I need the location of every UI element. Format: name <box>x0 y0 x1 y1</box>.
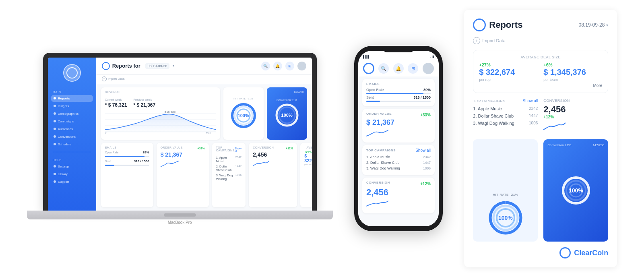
sidebar-dot <box>54 135 56 138</box>
sidebar-dot <box>54 180 56 183</box>
dp-hit-value: 100% <box>498 215 513 221</box>
email-open-rate-row: Open Rate 89% <box>105 151 149 154</box>
dp-deal-val-2: $ 1,345,376 <box>543 67 602 77</box>
current-week-value: * $ 76,321 <box>105 102 127 108</box>
wifi-icon: ◟ <box>430 55 431 58</box>
hit-rate-label: HIT RATE -21% <box>233 97 253 100</box>
dp-more-link[interactable]: More <box>479 83 602 88</box>
sidebar-item-audiences[interactable]: Audiences <box>51 126 93 132</box>
revenue-values: Current week * $ 76,321 Previous week * … <box>105 95 216 108</box>
phone-show-all[interactable]: Show all <box>415 148 431 153</box>
battery-icon: ▮ <box>432 55 434 58</box>
dp-hit-rate-panel: HIT RATE -21% 100% <box>473 139 538 242</box>
phone-layers-icon[interactable]: ⊞ <box>408 63 418 74</box>
dp-title: Reports <box>489 20 522 30</box>
campaign-val-2: 1447 <box>235 165 242 172</box>
dp-plus-icon: + <box>473 37 480 44</box>
more-link[interactable]: More <box>304 167 312 172</box>
bell-icon-btn[interactable]: 🔔 <box>273 62 282 70</box>
search-icon-btn[interactable]: 🔍 <box>261 62 270 70</box>
conv-donut: 100% <box>274 102 300 128</box>
dp-campaign-1: 1. Apple Music 2342 <box>473 106 538 111</box>
previous-week-label: Previous week <box>133 98 152 101</box>
dp-date-area: 08.19-09-28 ▾ <box>579 22 609 28</box>
laptop-screen-outer: MAIN Reports Insights Demographics <box>43 53 317 211</box>
phone-campaigns-card: TOP CAMPAIGNS Show all 1. Apple Music 23… <box>362 145 435 175</box>
avatar <box>63 64 81 82</box>
dp-logo <box>473 19 486 31</box>
phone-open-rate-label: Open Rate <box>366 88 384 92</box>
campaign-name-2: 2. Dollar Shave Club <box>216 165 235 172</box>
signal-icon: ▌▌▌ <box>363 55 370 58</box>
sidebar-item-reports[interactable]: Reports <box>51 95 93 102</box>
sidebar-item-campaigns[interactable]: Campaigns <box>51 118 93 125</box>
deal-size-label: AVERAGE DEAL SIZE <box>304 146 312 149</box>
svg-text:Mon: Mon <box>206 132 211 133</box>
dp-conversion: CONVERSION 2,456 +12% <box>543 99 608 134</box>
sidebar-label-reports: Reports <box>58 97 70 100</box>
dp-deal-col2: +6% $ 1,345,376 per team <box>543 62 602 82</box>
conv-donut-value: 100% <box>281 113 293 118</box>
phone-emails-card: EMAILS Open Rate 89% Sent 316 / 1500 <box>362 79 435 106</box>
phone-bell-icon[interactable]: 🔔 <box>393 63 404 74</box>
open-rate-bar-fill <box>105 156 144 157</box>
sent-value: 316 / 1500 <box>134 159 149 163</box>
sidebar-item-support[interactable]: Support <box>51 178 93 185</box>
dp-campaign-name-1: 1. Apple Music <box>473 106 502 111</box>
sidebar-item-insights[interactable]: Insights <box>51 103 93 110</box>
sidebar-item-demographics[interactable]: Demographics <box>51 110 93 117</box>
dp-campaign-val-2: 1447 <box>529 114 538 118</box>
dp-campaign-val-3: 1006 <box>529 121 538 126</box>
dp-deal-sub-1: per rep <box>479 78 538 82</box>
campaign-val-3: 1006 <box>235 174 242 181</box>
sidebar-item-library[interactable]: Library <box>51 171 93 178</box>
conv-badge-top: Conversion 21% <box>277 99 297 101</box>
layers-icon-btn[interactable]: ⊞ <box>285 62 294 70</box>
phone-sent-row: Sent 316 / 1500 <box>366 95 431 99</box>
dp-campaign-name-2: 2. Dollar Shave Club <box>473 114 514 118</box>
dp-row2: TOP CAMPAIGNS Show all 1. Apple Music 23… <box>473 99 608 134</box>
phone-sent-bar <box>366 101 431 102</box>
laptop-row2: EMAILS Open Rate 89% Sent <box>101 143 307 207</box>
phone-open-rate-row: Open Rate 89% <box>366 88 431 92</box>
phone-open-rate-val: 89% <box>423 88 431 92</box>
sidebar-label-insights: Insights <box>58 104 69 108</box>
dp-campaign-2: 2. Dollar Shave Club 1447 <box>473 114 538 118</box>
dp-deal-badge-1: +27% <box>479 62 538 67</box>
phone-search-icon[interactable]: 🔍 <box>378 63 389 74</box>
import-data-btn[interactable]: + Import Data <box>102 76 306 81</box>
open-rate-label: Open Rate <box>105 151 119 154</box>
plus-icon: + <box>102 76 107 81</box>
campaign-item-1: 1. Apple Music 2342 <box>216 156 242 163</box>
sidebar-item-schedule[interactable]: Schedule <box>51 141 93 148</box>
dp-conv-blue-donut: 100% <box>560 174 592 207</box>
sidebar-item-conversions[interactable]: Conversions <box>51 133 93 140</box>
campaign-item-2: 2. Dollar Shave Club 1447 <box>216 165 242 172</box>
conversion-blue-card: Conversion 21% 147/200 100% <box>267 87 307 140</box>
brand-name: ClearCoin <box>574 249 608 257</box>
dp-hit-donut: 100% <box>487 200 524 236</box>
phone-campaigns-label: TOP CAMPAIGNS <box>366 149 396 152</box>
show-all-link[interactable]: Show all <box>235 147 242 153</box>
dp-conv-blue-count: 147/200 <box>592 143 604 147</box>
phone-sent-fill <box>366 101 380 102</box>
emails-label: EMAILS <box>105 146 149 149</box>
dp-conv-sparkline <box>543 121 566 132</box>
date-dropdown-icon[interactable]: ▾ <box>173 64 174 68</box>
phone-campaign-2: 2. Dollar Shave Club <box>366 161 400 165</box>
previous-week-col: Previous week * $ 21,367 <box>133 95 155 108</box>
hit-rate-value: 100% <box>238 113 249 118</box>
dp-import-btn[interactable]: + Import Data <box>473 37 608 44</box>
logo-circle <box>102 62 110 70</box>
dp-campaign-val-1: 2342 <box>529 106 538 111</box>
dp-show-all[interactable]: Show all <box>523 99 538 103</box>
phone-open-rate-fill <box>366 93 423 94</box>
dp-conversion-title: CONVERSION <box>543 99 608 103</box>
sidebar-item-settings[interactable]: Settings <box>51 163 93 170</box>
conv-count: 147/200 <box>293 91 303 93</box>
dp-date: 08.19-09-28 <box>579 22 605 28</box>
laptop-brand-label: MacBook Pro <box>168 220 192 225</box>
dp-date-chevron[interactable]: ▾ <box>606 23 608 27</box>
phone-campaign-val-2: 1447 <box>423 161 431 165</box>
open-rate-value: 89% <box>143 151 149 154</box>
